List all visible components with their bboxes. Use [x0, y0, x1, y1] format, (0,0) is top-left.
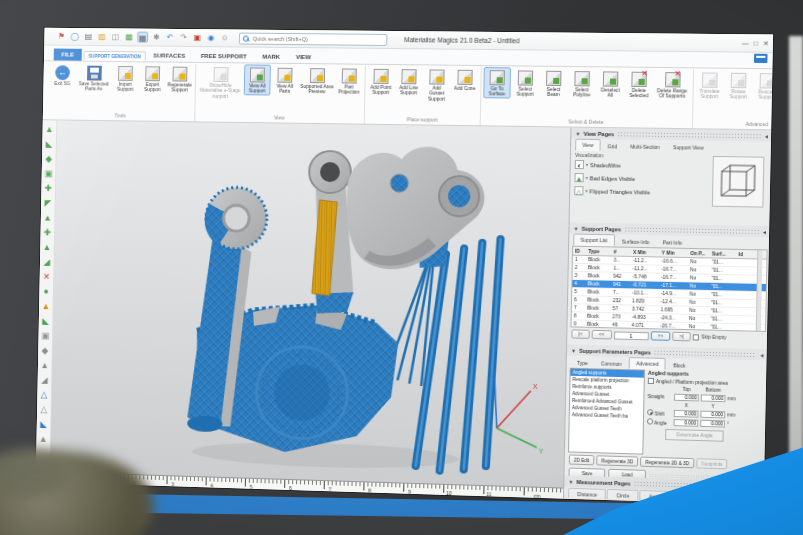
export-support-button[interactable]: Export Support	[139, 63, 166, 94]
rail-tool-icon[interactable]: ✕	[43, 270, 51, 285]
select-beam-button[interactable]: Select Beam	[540, 68, 568, 99]
rail-tool-icon[interactable]: ◤	[44, 196, 51, 211]
exit-sg-button[interactable]: Exit SG	[49, 62, 76, 87]
redo-icon[interactable]: ↷	[178, 32, 189, 43]
maximize-button[interactable]: □	[754, 39, 758, 46]
drag-handle[interactable]	[624, 226, 759, 234]
delete-range-button[interactable]: Delete Range Of Supports	[654, 69, 691, 101]
search-input[interactable]	[251, 34, 384, 43]
close-button[interactable]: ✕	[763, 39, 769, 47]
orientation-cube[interactable]	[712, 156, 765, 208]
collapse-icon[interactable]: ▼	[573, 225, 578, 231]
shift-radio[interactable]	[647, 409, 653, 415]
import-support-button[interactable]: Import Support	[112, 63, 139, 94]
add-cone-button[interactable]: Add Cone	[451, 67, 479, 93]
shift-x-field[interactable]	[674, 410, 699, 418]
save-selected-parts-button[interactable]: Save Selected Parts As	[76, 63, 111, 94]
rotate-support-button[interactable]: Rotate Support	[724, 70, 752, 102]
chevron-down-icon[interactable]: ▾	[586, 175, 588, 180]
rail-tool-icon[interactable]: ▣	[41, 329, 49, 344]
2d-edit-button[interactable]: 2D Edit	[569, 454, 595, 465]
tab-view[interactable]: View	[575, 139, 600, 151]
undock-icon[interactable]: ◄	[759, 352, 764, 358]
add-line-support-button[interactable]: Add Line Support	[395, 66, 423, 97]
view-all-parts-button[interactable]: View All Parts	[271, 65, 298, 96]
undo-icon[interactable]: ↶	[165, 32, 176, 43]
list-item[interactable]: Advanced Gusset Teeth ba	[570, 411, 643, 420]
collapse-icon[interactable]: ▼	[575, 130, 580, 136]
tab-advanced[interactable]: Advanced	[629, 357, 666, 370]
select-polyline-button[interactable]: Select Polyline	[568, 68, 596, 99]
rail-tool-icon[interactable]: ▲	[43, 240, 52, 255]
rail-tool-icon[interactable]: ●	[43, 284, 49, 299]
translate-support-button[interactable]: Translate Support	[696, 69, 724, 101]
prev-page-button[interactable]: <<	[592, 330, 612, 340]
chevron-down-icon[interactable]: ▾	[586, 162, 588, 167]
quick-search[interactable]	[239, 32, 388, 45]
viewport-3d[interactable]: Z X Y 0 1 2 3 4 5 6 7 8	[50, 120, 570, 500]
drag-handle[interactable]	[617, 131, 761, 138]
machine-icon[interactable]: ▦	[137, 32, 148, 43]
deselect-all-button[interactable]: Deselect All	[596, 68, 624, 99]
app-flag-icon[interactable]: ⚑	[56, 31, 67, 42]
angle-b-field[interactable]	[700, 420, 725, 428]
delete-selected-button[interactable]: Delete Selected	[625, 69, 653, 101]
shift-y-field[interactable]	[700, 411, 725, 419]
rail-tool-icon[interactable]: ◢	[43, 255, 50, 270]
angled-projection-checkbox[interactable]	[648, 378, 654, 384]
skip-empty-checkbox[interactable]	[693, 334, 699, 340]
rescale-support-button[interactable]: Rescale Support	[753, 70, 774, 102]
undock-icon[interactable]: ◄	[764, 133, 769, 139]
scene-icon[interactable]: ▩	[124, 31, 135, 42]
minimize-button[interactable]: —	[742, 39, 749, 46]
tab-distance[interactable]: Distance	[568, 488, 606, 499]
rail-tool-icon[interactable]: ▲	[43, 211, 52, 226]
rail-tool-icon[interactable]: ◆	[42, 343, 49, 358]
tab-type[interactable]: Type	[571, 358, 594, 369]
tab-free-support[interactable]: FREE SUPPORT	[193, 50, 255, 63]
select-support-button[interactable]: Select Support	[511, 67, 539, 98]
chevron-down-icon[interactable]: ▾	[585, 188, 587, 193]
tab-multi-section[interactable]: Multi-Section	[624, 141, 666, 152]
tab-part-info[interactable]: Part Info	[656, 237, 688, 248]
view-all-support-button[interactable]: View All Support	[244, 64, 271, 95]
measure-icon[interactable]: ◉	[206, 32, 217, 43]
settings-icon[interactable]: ✱	[151, 32, 162, 43]
rail-tool-icon[interactable]: △	[41, 388, 48, 403]
tab-support-list[interactable]: Support List	[573, 234, 615, 247]
rail-tool-icon[interactable]: ◢	[41, 373, 48, 388]
part-icon[interactable]: ◫	[110, 31, 121, 42]
rail-tool-icon[interactable]: ✚	[44, 225, 52, 240]
fix-icon[interactable]: ▣	[192, 32, 203, 43]
angle-a-field[interactable]	[674, 419, 699, 427]
rail-tool-icon[interactable]: ◣	[40, 417, 47, 432]
undock-icon[interactable]: ◄	[762, 228, 767, 234]
tab-block[interactable]: Block	[667, 360, 692, 371]
straight-top-field[interactable]	[674, 394, 699, 402]
estage-support-button[interactable]: Show/Hide Materialise e-Stage support	[198, 64, 244, 100]
rail-tool-icon[interactable]: ◆	[45, 152, 52, 167]
tab-view[interactable]: VIEW	[288, 51, 319, 63]
new-scene-icon[interactable]: ◯	[69, 31, 80, 42]
rail-tool-icon[interactable]: ▲	[41, 299, 50, 314]
determine-angle-button[interactable]: Determine Angle	[665, 429, 724, 442]
user-icon[interactable]: ☺	[219, 32, 230, 43]
regenerate-2d-3d-button[interactable]: Regenerate 2D & 3D	[640, 457, 694, 469]
support-type-list[interactable]: Angled supports Rescale platform project…	[568, 368, 645, 455]
tab-mark[interactable]: MARK	[254, 51, 288, 63]
go-to-surface-button[interactable]: Go To Surface	[483, 67, 511, 98]
tab-surfaces[interactable]: SURFACES	[145, 49, 193, 61]
tab-grid[interactable]: Grid	[601, 141, 623, 151]
tab-file[interactable]: FILE	[54, 49, 82, 61]
rail-tool-icon[interactable]: ✚	[44, 181, 52, 196]
angle-radio[interactable]	[647, 418, 653, 424]
rail-tool-icon[interactable]: ▲	[40, 358, 49, 373]
save-icon[interactable]: ▤	[83, 31, 94, 42]
add-point-support-button[interactable]: Add Point Support	[367, 66, 394, 97]
collapse-icon[interactable]: ▼	[571, 347, 576, 353]
regenerate-3d-button[interactable]: Regenerate 3D	[596, 455, 638, 466]
rail-tool-icon[interactable]: △	[40, 402, 47, 417]
tab-support-view[interactable]: Support View	[667, 142, 710, 153]
open-icon[interactable]: ▥	[97, 31, 108, 42]
collapse-icon[interactable]: ▼	[568, 478, 573, 484]
